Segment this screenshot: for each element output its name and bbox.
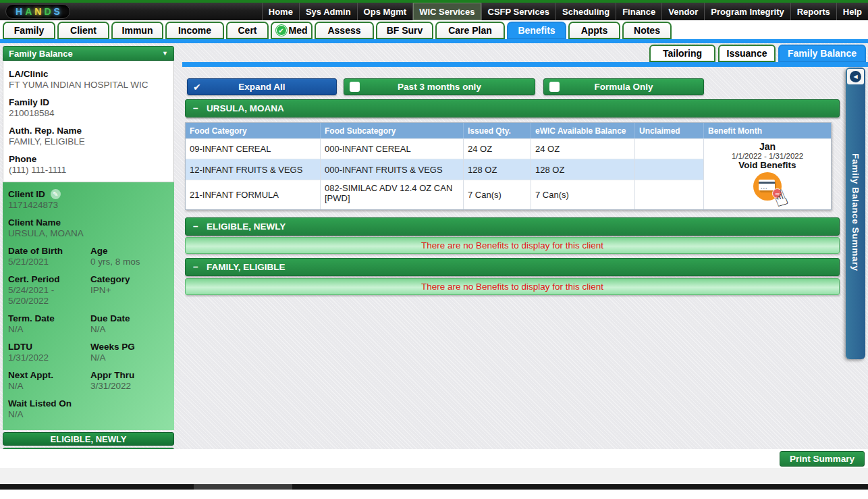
cell-unclaimed: [635, 180, 704, 209]
field-label: Age: [90, 245, 169, 257]
nav-sys-admin[interactable]: Sys Admin: [299, 3, 357, 20]
cell-issued-qty: 24 OZ: [464, 138, 531, 159]
column-header-benefit-month: Benefit Month: [704, 123, 831, 138]
past-3-months-toggle[interactable]: Past 3 months only: [344, 78, 535, 95]
field-value: 3/31/2022: [90, 381, 169, 392]
field-value: IPN+: [90, 285, 169, 296]
top-nav-items: Home Sys Admin Ops Mgmt WIC Services CSF…: [262, 3, 868, 20]
tab-med[interactable]: ✔ Med: [271, 22, 313, 39]
cell-ewic-balance: 24 OZ: [531, 138, 635, 159]
tab-notes[interactable]: Notes: [622, 22, 672, 39]
benefit-month-name: Jan: [759, 141, 776, 152]
card-dots: ...: [761, 184, 768, 190]
void-benefits-label: Void Benefits: [738, 160, 796, 170]
column-header-ewic-balance: eWIC Available Balance: [531, 123, 635, 138]
cell-unclaimed: [635, 159, 704, 180]
checkbox-unchecked-icon: [350, 82, 360, 92]
field-label: Appr Thru: [90, 369, 169, 381]
nav-vendor[interactable]: Vendor: [661, 3, 704, 20]
tab-benefits[interactable]: Benefits: [507, 22, 566, 39]
nav-finance[interactable]: Finance: [616, 3, 661, 20]
tab-label: BF Surv: [387, 25, 423, 36]
tab-label: Notes: [634, 25, 660, 36]
field-phone: Phone (111) 111-1111: [9, 153, 168, 176]
app-screen: H A N D S Home Sys Admin Ops Mgmt WIC Se…: [0, 0, 868, 499]
field-value: 0 yrs, 8 mos: [90, 257, 169, 267]
logo-letter: N: [34, 6, 41, 17]
nav-program-integrity[interactable]: Program Integrity: [704, 3, 790, 20]
subtab-tailoring[interactable]: Tailoring: [649, 45, 715, 62]
sidebar-header-dropdown[interactable]: Family Balance ▼: [3, 46, 174, 61]
tab-client[interactable]: Client: [57, 22, 109, 39]
sidebar-header-label: Family Balance: [9, 49, 73, 59]
cell-food-category: 21-INFANT FORMULA: [186, 180, 321, 209]
field-value: 5/24/2021 - 5/20/2022: [8, 285, 88, 307]
nav-reports[interactable]: Reports: [790, 3, 836, 20]
nav-ops-mgmt[interactable]: Ops Mgmt: [357, 3, 413, 20]
field-label: Wait Listed On: [8, 398, 169, 409]
field-label: Family ID: [9, 97, 168, 108]
logo-letter: S: [54, 6, 60, 17]
family-balance-summary-panel[interactable]: ◀ Family Balance Summary: [846, 68, 865, 359]
field-value: N/A: [90, 352, 169, 363]
tab-cert[interactable]: Cert: [226, 22, 269, 39]
field-category: Category IPN+: [90, 273, 169, 307]
nav-csfp-services[interactable]: CSFP Services: [481, 3, 556, 20]
checkbox-unchecked-icon: [549, 82, 560, 92]
field-ldtu: LDTU 1/31/2022: [8, 341, 90, 363]
tab-bf-surv[interactable]: BF Surv: [376, 22, 433, 39]
field-wait-listed-on: Wait Listed On N/A: [8, 398, 169, 420]
logo-letter: D: [44, 6, 51, 17]
footer-bar-segment: [194, 484, 292, 490]
field-label: Phone: [9, 153, 168, 165]
field-label: LA/Clinic: [9, 68, 168, 80]
field-appr-thru: Appr Thru 3/31/2022: [90, 369, 169, 392]
summary-panel-label: Family Balance Summary: [850, 153, 861, 271]
accordion-header-eligible-newly[interactable]: − ELIGIBLE, NEWLY: [185, 217, 840, 236]
accordion-title: ELIGIBLE, NEWLY: [207, 221, 286, 232]
field-value: N/A: [90, 324, 169, 335]
tab-label: Appts: [581, 25, 608, 36]
field-weeks-pg: Weeks PG N/A: [90, 341, 169, 363]
tab-family[interactable]: Family: [3, 22, 55, 39]
benefits-subtab-row: Tailoring Issuance Family Balance: [649, 45, 866, 62]
field-next-appt: Next Appt. N/A: [8, 369, 90, 392]
nav-help[interactable]: Help: [836, 3, 868, 20]
collapse-minus-icon: −: [193, 262, 198, 272]
tab-immun[interactable]: Immun: [111, 22, 163, 39]
tab-care-plan[interactable]: Care Plan: [435, 22, 505, 39]
field-client-id: Client ID ✎ 1171424873: [8, 188, 169, 211]
tab-assess[interactable]: Assess: [315, 22, 374, 39]
cell-food-subcategory: 000-INFANT CEREAL: [321, 138, 464, 159]
expand-all-toggle[interactable]: ✔ Expand All: [187, 78, 337, 95]
field-term-date: Term. Date N/A: [8, 313, 90, 335]
cell-ewic-balance: 7 Can(s): [531, 180, 635, 209]
logo-letter: H: [16, 6, 22, 17]
edit-pencil-icon[interactable]: ✎: [51, 189, 61, 199]
tab-label: Immun: [122, 25, 153, 36]
tab-income[interactable]: Income: [165, 22, 224, 39]
accordion-header-family-eligible[interactable]: − FAMILY, ELIGIBLE: [185, 258, 840, 276]
no-benefits-message: There are no Benefits to display for thi…: [185, 278, 840, 295]
tab-appts[interactable]: Appts: [568, 22, 620, 39]
field-value: 1171424873: [8, 200, 169, 211]
nav-scheduling[interactable]: Scheduling: [555, 3, 616, 20]
nav-wic-services[interactable]: WIC Services: [412, 3, 481, 20]
tab-label: Care Plan: [448, 25, 492, 36]
family-info-panel: LA/Clinic FT YUMA INDIAN HOSPITAL WIC Fa…: [3, 61, 174, 182]
subtab-issuance[interactable]: Issuance: [718, 45, 776, 62]
field-cert-period: Cert. Period 5/24/2021 - 5/20/2022: [8, 273, 88, 307]
collapse-minus-icon: −: [193, 103, 198, 113]
field-label: Client ID: [8, 188, 45, 200]
print-summary-button[interactable]: Print Summary: [780, 451, 865, 467]
tab-label: Assess: [327, 25, 360, 36]
formula-only-toggle[interactable]: Formula Only: [543, 78, 704, 95]
benefit-month-date-range: 1/1/2022 - 1/31/2022: [732, 152, 803, 160]
member-button-eligible-newly[interactable]: ELIGIBLE, NEWLY: [3, 432, 174, 446]
arrow-left-icon: ◀: [850, 71, 861, 82]
panel-collapse-button[interactable]: ◀: [847, 69, 864, 84]
subtab-family-balance[interactable]: Family Balance: [778, 45, 866, 62]
hands-logo: H A N D S: [5, 4, 70, 19]
nav-home[interactable]: Home: [262, 3, 299, 20]
accordion-header-ursula-moana[interactable]: − URSULA, MOANA: [185, 99, 840, 117]
